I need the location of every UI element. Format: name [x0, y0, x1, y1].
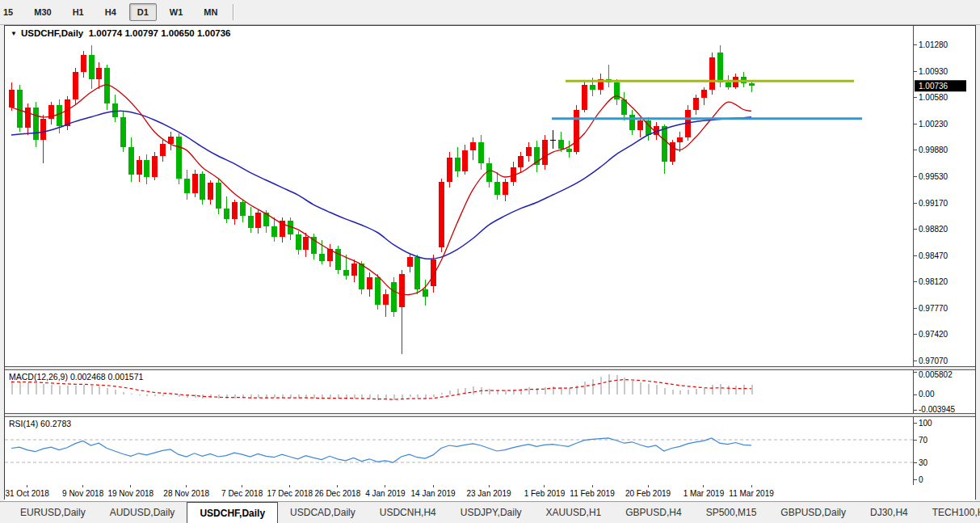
candle [240, 202, 246, 216]
macd-axis-label: 0.00 [919, 390, 935, 399]
candle [439, 182, 444, 247]
candle [717, 53, 723, 82]
macd-indicator-pane[interactable]: MACD(12,26,9) 0.002468 0.001571 0.005802… [5, 370, 975, 413]
tab-item-GBPUSD-H4[interactable]: GBPUSD,H4 [613, 502, 693, 523]
price-axis-label: 0.99530 [919, 172, 948, 181]
tab-item-USDCHF-Daily[interactable]: USDCHF,Daily [187, 502, 278, 523]
price-axis-label: 1.00580 [919, 93, 948, 102]
macd-chart[interactable]: 0.0058020.00-0.003945 [5, 370, 975, 413]
candle [17, 90, 23, 127]
price-axis-label: 0.97070 [919, 356, 948, 365]
tab-item-XAUUSD-H1[interactable]: XAUUSD,H1 [534, 502, 614, 523]
timeframe-button-MN[interactable]: MN [196, 3, 225, 21]
candle [726, 82, 731, 87]
timeframe-button-D1[interactable]: D1 [129, 3, 157, 21]
candle [160, 144, 166, 156]
price-axis-label: 0.98120 [919, 277, 948, 286]
candle [248, 216, 254, 228]
tab-item-DJ30-H4[interactable]: DJ30,H4 [858, 502, 920, 523]
candle [391, 282, 397, 312]
candle [470, 142, 476, 150]
timeframe-button-M30[interactable]: M30 [26, 3, 59, 21]
candlestick-chart[interactable]: 1.012801.009301.005801.002300.998800.995… [5, 26, 975, 366]
price-axis-label: 1.00230 [919, 120, 948, 129]
candle [503, 182, 508, 195]
candle [216, 183, 221, 209]
timeframe-button-H1[interactable]: H1 [65, 3, 92, 21]
candle [255, 213, 261, 228]
tab-item-SP500-M15[interactable]: SP500,M15 [694, 502, 769, 523]
candle [319, 254, 325, 261]
candle [120, 117, 126, 147]
price-axis-label: 0.97420 [919, 330, 948, 339]
tab-item-AUDUSD-Daily[interactable]: AUDUSD,Daily [98, 502, 187, 523]
candle [296, 234, 301, 250]
candle [566, 149, 572, 153]
candle [550, 140, 556, 141]
candle [486, 163, 492, 182]
candle [81, 55, 86, 72]
macd-label-row: MACD(12,26,9) 0.002468 0.001571 [9, 372, 143, 382]
price-axis-label: 0.98820 [919, 225, 948, 234]
candle [629, 115, 635, 130]
macd-axis-label: 0.005802 [919, 370, 953, 379]
candle [359, 264, 364, 289]
candle [542, 140, 548, 166]
date-axis-label: 28 Nov 2018 [163, 489, 209, 498]
macd-values: 0.002468 0.001571 [70, 372, 144, 382]
candle [462, 150, 468, 171]
timeframe-button-H4[interactable]: H4 [97, 3, 124, 21]
chart-ohlc-values: 1.00774 1.00797 1.00650 1.00736 [89, 28, 231, 38]
rsi-axis-label: 30 [919, 458, 928, 467]
candle [407, 257, 413, 267]
candle [303, 237, 309, 250]
candle [375, 277, 381, 304]
ma-red [11, 85, 751, 295]
collapse-triangle-icon[interactable]: ▼ [11, 30, 17, 37]
candle [558, 140, 564, 149]
rsi-value: 60.2783 [40, 419, 71, 428]
candle [137, 160, 142, 175]
tab-item-GBPUSD-Daily[interactable]: GBPUSD,Daily [768, 502, 858, 523]
candle [494, 182, 500, 195]
candle [367, 277, 372, 289]
candle [518, 156, 524, 167]
candle [112, 103, 118, 117]
main-price-pane[interactable]: ▼USDCHF,Daily 1.00774 1.00797 1.00650 1.… [5, 26, 975, 366]
candle [662, 126, 667, 162]
rsi-indicator-pane[interactable]: RSI(14) 60.2783 10070300 [5, 417, 975, 485]
candle [590, 85, 595, 90]
candle [526, 147, 532, 156]
rsi-label-row: RSI(14) 60.2783 [9, 419, 71, 428]
current-price-tag: 1.00736 [915, 80, 966, 91]
candle [200, 174, 205, 200]
candle [335, 249, 341, 270]
candle [447, 158, 452, 183]
chart-symbol-title: USDCHF,Daily [21, 28, 83, 38]
candle [701, 90, 707, 97]
candle [208, 183, 213, 199]
rsi-line [11, 438, 751, 462]
tab-item-EURUSD-Daily[interactable]: EURUSD,Daily [8, 502, 98, 523]
candle [455, 158, 461, 171]
candle [677, 137, 683, 142]
price-axis-label: 0.99880 [919, 146, 948, 154]
candle [478, 142, 484, 163]
candle [709, 57, 715, 91]
chart-window: ▼USDCHF,Daily 1.00774 1.00797 1.00650 1.… [4, 25, 976, 500]
candle [614, 82, 620, 99]
tab-item-TECH100-H1[interactable]: TECH100,H1 [920, 502, 980, 523]
toolbar-separator [233, 4, 234, 20]
candle [89, 55, 95, 80]
timeframe-button-15[interactable]: 15 [0, 3, 21, 21]
chart-title: ▼USDCHF,Daily 1.00774 1.00797 1.00650 1.… [11, 28, 231, 38]
timeframe-button-W1[interactable]: W1 [162, 3, 191, 21]
candle [33, 108, 39, 140]
rsi-chart[interactable]: 10070300 [5, 417, 975, 485]
date-axis-label: 19 Nov 2018 [107, 489, 154, 498]
symbol-tab-bar: EURUSD,DailyAUDUSD,DailyUSDCHF,DailyUSDC… [0, 501, 980, 523]
tab-item-USDJPY-Daily[interactable]: USDJPY,Daily [448, 502, 534, 523]
tab-item-USDCNH-H4[interactable]: USDCNH,H4 [368, 502, 448, 523]
tab-item-USDCAD-Daily[interactable]: USDCAD,Daily [278, 502, 368, 523]
candle [693, 98, 699, 110]
